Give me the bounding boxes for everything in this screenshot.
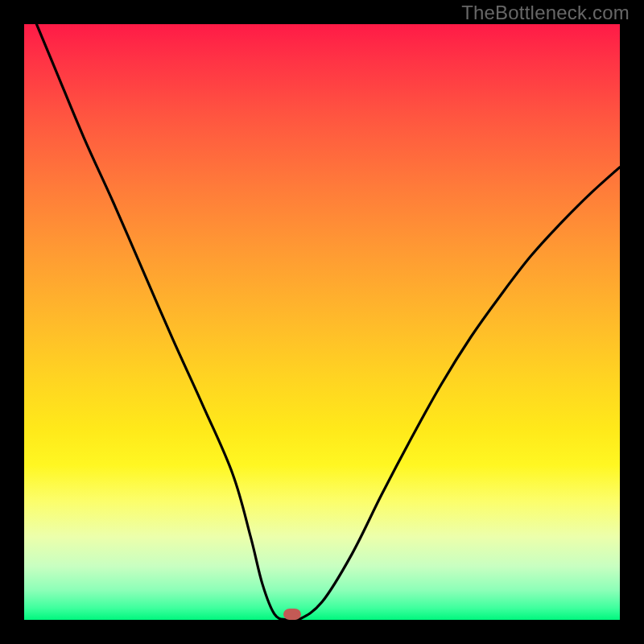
watermark-text: TheBottleneck.com (461, 2, 630, 24)
optimal-point-marker (283, 609, 301, 620)
chart-frame: TheBottleneck.com (0, 0, 644, 644)
bottleneck-curve (24, 24, 620, 620)
plot-area (24, 24, 620, 620)
